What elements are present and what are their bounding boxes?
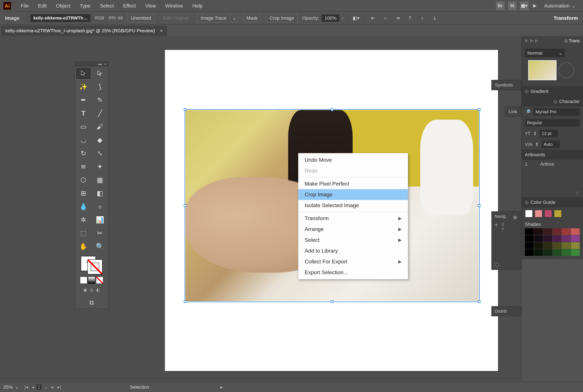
context-undo-move[interactable]: Undo Move [298,154,408,166]
type-tool[interactable]: T [75,107,92,120]
free-transform-tool[interactable]: ✦ [92,160,108,173]
next-artboard-icon[interactable]: ▸ [51,384,55,390]
blend-tool[interactable]: ⟐ [92,200,108,213]
first-artboard-icon[interactable]: |◂ [24,384,29,390]
menu-help[interactable]: Help [188,3,207,9]
gradient-mode-swatch[interactable] [88,277,95,284]
align-center-horizontal-icon[interactable]: ↔ [381,15,389,22]
zoom-dropdown-icon[interactable]: ⌄ [15,384,19,390]
context-collect-for-export[interactable]: Collect For Export▶ [298,256,408,267]
mask-button[interactable]: Mask [243,14,261,22]
resize-handle-bottom-left[interactable] [184,300,186,303]
curvature-tool[interactable]: ✎ [92,93,108,107]
zoom-level[interactable]: 25% [3,384,13,390]
recolor-artwork-icon[interactable]: ◧▾ [352,15,360,22]
search-font-icon[interactable]: 🔎 [525,109,531,115]
artboard-number-field[interactable]: 1 [37,384,41,390]
context-transform[interactable]: Transform▶ [298,213,408,224]
draw-normal-icon[interactable]: ◉ [83,287,87,292]
align-right-icon[interactable]: ⇥ [394,15,402,22]
stroke-swatch[interactable] [88,260,102,274]
rotate-tool[interactable]: ↻ [75,146,92,160]
resize-handle-middle-right[interactable] [478,204,481,207]
align-left-icon[interactable]: ⇤ [369,15,377,22]
align-top-icon[interactable]: ⇡ [406,15,414,22]
artboard-rearrange-icon[interactable]: ⤢ [576,190,580,196]
symbol-sprayer-tool[interactable]: ✲ [75,213,92,226]
font-size-field[interactable]: 12 pt [539,130,558,137]
menu-file[interactable]: File [16,3,33,9]
base-color-swatch[interactable] [525,210,533,218]
crop-image-button[interactable]: Crop Image [266,14,298,22]
eraser-tool[interactable]: ◆ [92,133,108,146]
character-panel-header[interactable]: ◇ Character [521,96,583,106]
eyedropper-tool[interactable]: 💧 [75,200,92,213]
artboard-tool[interactable]: ⬚ [75,226,92,240]
context-arrange[interactable]: Arrange▶ [298,224,408,234]
opacity-value[interactable]: 100% [322,14,340,22]
shape-builder-tool[interactable]: ⬡ [75,173,92,186]
pen-tool[interactable]: ✒ [75,93,92,107]
resize-handle-bottom-right[interactable] [478,300,481,303]
font-family-field[interactable]: Myriad Pro [533,108,580,116]
align-center-vertical-icon[interactable]: ↕ [418,15,426,22]
close-panel-icon[interactable]: × [104,62,106,66]
artboard-row[interactable]: 1 Artboa [521,160,583,168]
artboard-options-icon[interactable]: ▢ [495,262,518,268]
artboards-panel-header[interactable]: Artboards [521,150,583,160]
menu-edit[interactable]: Edit [33,3,51,9]
kerning-field[interactable]: Auto [541,140,560,148]
harmony-swatch-2[interactable] [544,210,552,218]
menu-object[interactable]: Object [51,3,75,9]
bridge-icon[interactable]: Br [496,2,504,10]
menu-window[interactable]: Window [161,3,188,9]
close-tab-icon[interactable]: × [160,28,163,34]
gpu-rocket-icon[interactable]: ➤ [532,2,537,9]
harmony-swatch-1[interactable] [534,210,542,218]
prev-artboard-icon[interactable]: ◂ [31,384,35,390]
stock-icon[interactable]: St [508,2,516,10]
width-tool[interactable]: ≋ [75,160,92,173]
document-tab[interactable]: kelly-sikkema-o2TRWThve_I-unsplash.jpg* … [1,26,167,36]
resize-handle-middle-left[interactable] [184,204,186,207]
draw-inside-icon[interactable]: ◐ [96,287,100,292]
direct-selection-tool[interactable] [92,67,108,80]
status-play-icon[interactable]: ▸ [220,384,223,390]
magic-wand-tool[interactable]: ✨ [75,80,92,93]
align-bottom-icon[interactable]: ⇣ [431,15,439,22]
context-isolate-selected-image[interactable]: Isolate Selected Image [298,200,408,211]
last-artboard-icon[interactable]: ▸| [57,384,62,390]
screen-mode-button[interactable]: ⧉ [75,297,108,308]
slice-tool[interactable]: ✂ [92,226,108,240]
stepper-icon[interactable]: ⇕ [533,131,537,136]
links-panel-tab[interactable]: Link [504,106,521,117]
reference-point-icon[interactable]: ✛ [495,222,498,232]
column-graph-tool[interactable]: 📊 [92,213,108,226]
draw-behind-icon[interactable]: ◎ [90,287,94,292]
scale-tool[interactable]: ⤡ [92,146,108,160]
context-crop-image[interactable]: Crop Image [298,189,408,200]
resize-handle-top-right[interactable] [478,108,481,111]
graph-icon[interactable]: ⊪ [513,215,518,220]
resize-handle-bottom-middle[interactable] [331,300,334,303]
menu-select[interactable]: Select [95,3,118,9]
paintbrush-tool[interactable]: 🖌 [92,120,108,133]
shades-grid[interactable] [525,228,580,256]
color-mode-swatch[interactable] [80,277,87,284]
selection-tool[interactable] [75,67,92,80]
lasso-tool[interactable]: ⟆ [92,80,108,93]
transparency-thumbnail[interactable] [528,60,556,80]
none-mode-swatch[interactable] [96,277,103,284]
image-trace-dropdown[interactable]: ⌄ [230,14,238,22]
context-add-to-library[interactable]: Add to Library [298,246,408,256]
menu-view[interactable]: View [140,3,160,9]
resize-handle-top-left[interactable] [184,108,186,111]
menu-effect[interactable]: Effect [118,3,140,9]
fill-stroke-swatch[interactable]: ? [81,256,102,274]
transparency-tab[interactable]: ◇ Trans [564,38,580,44]
line-segment-tool[interactable]: ╱ [92,107,108,120]
shaper-tool[interactable]: ◡ [75,133,92,146]
arrange-documents-icon[interactable]: ▦▾ [520,2,528,10]
stepper-icon[interactable]: ⇕ [535,142,539,147]
font-style-field[interactable]: Regular [525,119,580,126]
